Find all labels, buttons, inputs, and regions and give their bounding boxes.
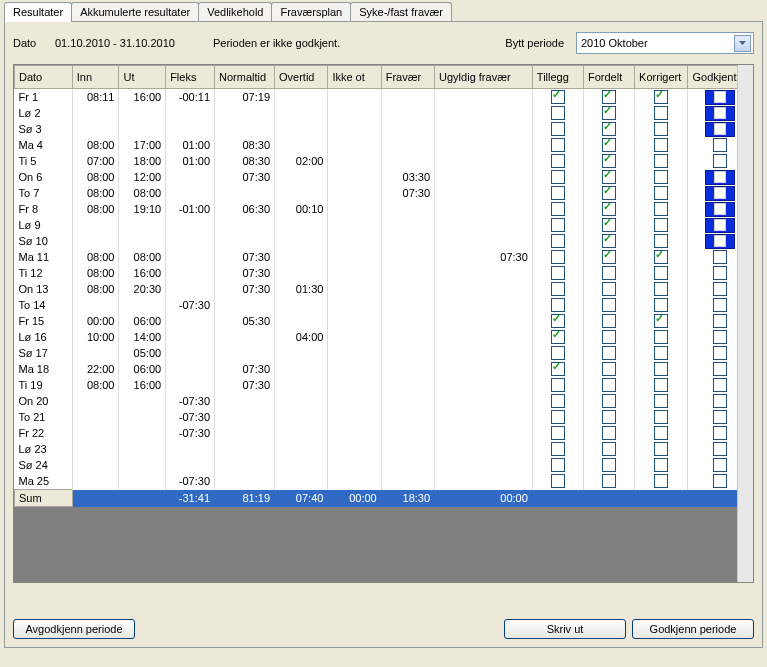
col-korrigert[interactable]: Korrigert <box>635 66 688 89</box>
checkbox[interactable] <box>551 234 565 248</box>
checkbox[interactable] <box>602 250 616 264</box>
checkbox[interactable] <box>654 170 668 184</box>
checkbox[interactable] <box>654 330 668 344</box>
table-row[interactable]: Ti 507:0018:0001:0008:3002:00 <box>15 153 753 169</box>
checkbox[interactable] <box>654 186 668 200</box>
checkbox[interactable] <box>551 186 565 200</box>
checkbox[interactable] <box>602 330 616 344</box>
col-ugyldig-frav-r[interactable]: Ugyldig fravær <box>435 66 533 89</box>
checkbox[interactable] <box>551 442 565 456</box>
checkbox[interactable] <box>654 378 668 392</box>
checkbox[interactable] <box>551 298 565 312</box>
checkbox[interactable] <box>654 426 668 440</box>
checkbox[interactable] <box>602 138 616 152</box>
table-row[interactable]: Sø 10 <box>15 233 753 249</box>
checkbox[interactable] <box>654 410 668 424</box>
checkbox[interactable] <box>551 346 565 360</box>
checkbox[interactable] <box>713 362 727 376</box>
checkbox[interactable] <box>654 394 668 408</box>
checkbox[interactable] <box>713 330 727 344</box>
approved-indicator[interactable] <box>705 170 735 185</box>
checkbox[interactable] <box>602 378 616 392</box>
checkbox[interactable] <box>654 458 668 472</box>
col-inn[interactable]: Inn <box>72 66 119 89</box>
table-row[interactable]: To 14-07:30 <box>15 297 753 313</box>
col-dato[interactable]: Dato <box>15 66 73 89</box>
checkbox[interactable] <box>654 362 668 376</box>
table-row[interactable]: Sø 3 <box>15 121 753 137</box>
checkbox[interactable] <box>713 378 727 392</box>
checkbox[interactable] <box>654 266 668 280</box>
table-row[interactable]: To 21-07:30 <box>15 409 753 425</box>
checkbox[interactable] <box>602 458 616 472</box>
checkbox[interactable] <box>551 138 565 152</box>
checkbox[interactable] <box>551 106 565 120</box>
checkbox[interactable] <box>602 346 616 360</box>
checkbox[interactable] <box>654 138 668 152</box>
results-grid[interactable]: DatoInnUtFleksNormaltidOvertidIkke otFra… <box>13 64 754 583</box>
table-row[interactable]: Fr 22-07:30 <box>15 425 753 441</box>
checkbox[interactable] <box>654 298 668 312</box>
checkbox[interactable] <box>551 154 565 168</box>
checkbox[interactable] <box>551 170 565 184</box>
tab-resultater[interactable]: Resultater <box>4 2 72 22</box>
unapprove-period-button[interactable]: Avgodkjenn periode <box>13 619 135 639</box>
checkbox[interactable] <box>654 154 668 168</box>
table-row[interactable]: Sø 24 <box>15 457 753 473</box>
col-fordelt[interactable]: Fordelt <box>583 66 634 89</box>
table-row[interactable]: Fr 108:1116:00-00:1107:19 <box>15 89 753 106</box>
table-row[interactable]: Lø 1610:0014:0004:00 <box>15 329 753 345</box>
checkbox[interactable] <box>551 314 565 328</box>
checkbox[interactable] <box>602 122 616 136</box>
approve-period-button[interactable]: Godkjenn periode <box>632 619 754 639</box>
approved-indicator[interactable] <box>705 218 735 233</box>
table-row[interactable]: Fr 808:0019:10-01:0006:3000:10 <box>15 201 753 217</box>
table-row[interactable]: Sø 1705:00 <box>15 345 753 361</box>
checkbox[interactable] <box>713 298 727 312</box>
chevron-down-icon[interactable] <box>734 35 751 52</box>
checkbox[interactable] <box>551 202 565 216</box>
print-button[interactable]: Skriv ut <box>504 619 626 639</box>
checkbox[interactable] <box>551 426 565 440</box>
checkbox[interactable] <box>654 346 668 360</box>
checkbox[interactable] <box>713 266 727 280</box>
tab-syke-fast-frav-r[interactable]: Syke-/fast fravær <box>350 2 452 21</box>
checkbox[interactable] <box>713 474 727 488</box>
checkbox[interactable] <box>551 378 565 392</box>
checkbox[interactable] <box>551 410 565 424</box>
checkbox[interactable] <box>551 458 565 472</box>
checkbox[interactable] <box>654 234 668 248</box>
vertical-scrollbar[interactable] <box>737 65 753 582</box>
checkbox[interactable] <box>602 314 616 328</box>
checkbox[interactable] <box>602 186 616 200</box>
checkbox[interactable] <box>654 106 668 120</box>
checkbox[interactable] <box>654 282 668 296</box>
checkbox[interactable] <box>654 250 668 264</box>
checkbox[interactable] <box>602 362 616 376</box>
tab-frav-rsplan[interactable]: Fraværsplan <box>271 2 351 21</box>
checkbox[interactable] <box>551 362 565 376</box>
table-row[interactable]: Ma 1108:0008:0007:3007:30 <box>15 249 753 265</box>
checkbox[interactable] <box>713 426 727 440</box>
checkbox[interactable] <box>551 330 565 344</box>
table-row[interactable]: Ma 25-07:30 <box>15 473 753 490</box>
checkbox[interactable] <box>551 394 565 408</box>
checkbox[interactable] <box>654 218 668 232</box>
table-row[interactable]: Ma 1822:0006:0007:30 <box>15 361 753 377</box>
checkbox[interactable] <box>654 122 668 136</box>
checkbox[interactable] <box>654 314 668 328</box>
checkbox[interactable] <box>713 442 727 456</box>
checkbox[interactable] <box>713 282 727 296</box>
checkbox[interactable] <box>602 234 616 248</box>
checkbox[interactable] <box>551 90 565 104</box>
table-row[interactable]: Lø 9 <box>15 217 753 233</box>
checkbox[interactable] <box>602 298 616 312</box>
checkbox[interactable] <box>551 218 565 232</box>
checkbox[interactable] <box>654 202 668 216</box>
checkbox[interactable] <box>602 282 616 296</box>
checkbox[interactable] <box>602 106 616 120</box>
tab-vedlikehold[interactable]: Vedlikehold <box>198 2 272 21</box>
approved-indicator[interactable] <box>705 90 735 105</box>
approved-indicator[interactable] <box>705 122 735 137</box>
checkbox[interactable] <box>713 346 727 360</box>
